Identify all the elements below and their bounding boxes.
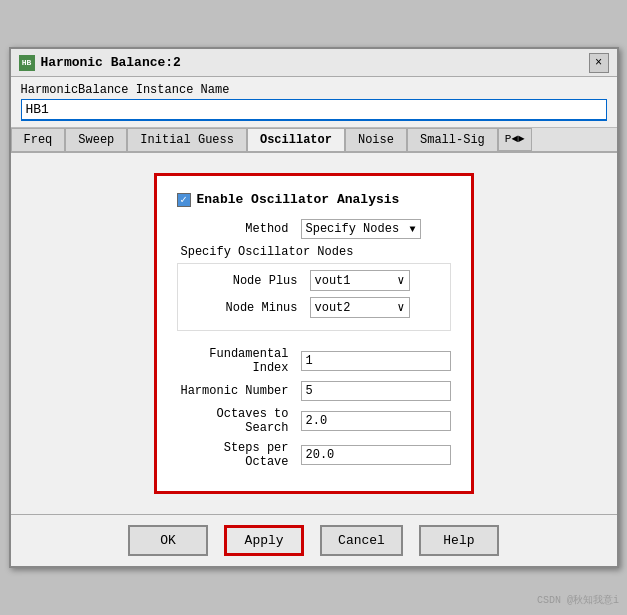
method-value: Specify Nodes — [306, 222, 400, 236]
instance-name-input[interactable] — [21, 99, 607, 121]
node-minus-select[interactable]: vout2 ∨ — [310, 297, 410, 318]
close-button[interactable]: × — [589, 53, 609, 73]
title-bar: HB Harmonic Balance:2 × — [11, 49, 617, 77]
node-minus-label: Node Minus — [186, 301, 306, 315]
tab-sweep[interactable]: Sweep — [65, 128, 127, 151]
enable-oscillator-checkbox[interactable]: ✓ — [177, 193, 191, 207]
tab-oscillator[interactable]: Oscillator — [247, 128, 345, 153]
octaves-input[interactable] — [301, 411, 451, 431]
window-title: Harmonic Balance:2 — [41, 55, 181, 70]
octaves-row: Octaves to Search — [177, 407, 451, 435]
ok-button[interactable]: OK — [128, 525, 208, 556]
oscillator-panel: ✓ Enable Oscillator Analysis Method Spec… — [154, 173, 474, 494]
bottom-bar: OK Apply Cancel Help — [11, 514, 617, 566]
method-select[interactable]: Specify Nodes ▼ — [301, 219, 421, 239]
steps-row: Steps per Octave — [177, 441, 451, 469]
node-plus-select[interactable]: vout1 ∨ — [310, 270, 410, 291]
fundamental-index-row: Fundamental Index — [177, 347, 451, 375]
instance-section: HarmonicBalance Instance Name — [11, 77, 617, 128]
tab-small-sig[interactable]: Small-Sig — [407, 128, 498, 151]
watermark: CSDN @秋知我意i — [537, 593, 619, 607]
method-row: Method Specify Nodes ▼ — [177, 219, 451, 239]
window-icon: HB — [19, 55, 35, 71]
harmonic-number-row: Harmonic Number — [177, 381, 451, 401]
apply-button[interactable]: Apply — [224, 525, 304, 556]
node-section: Node Plus vout1 ∨ Node Minus vout2 ∨ — [177, 263, 451, 331]
steps-label: Steps per Octave — [177, 441, 297, 469]
node-plus-label: Node Plus — [186, 274, 306, 288]
node-plus-row: Node Plus vout1 ∨ — [186, 270, 442, 291]
enable-oscillator-label: Enable Oscillator Analysis — [197, 192, 400, 207]
steps-input[interactable] — [301, 445, 451, 465]
node-plus-value: vout1 — [315, 274, 351, 288]
octaves-label: Octaves to Search — [177, 407, 297, 435]
fundamental-index-label: Fundamental Index — [177, 347, 297, 375]
main-window: HB Harmonic Balance:2 × HarmonicBalance … — [9, 47, 619, 568]
harmonic-number-label: Harmonic Number — [177, 384, 297, 398]
tab-freq[interactable]: Freq — [11, 128, 66, 151]
node-minus-value: vout2 — [315, 301, 351, 315]
tab-noise[interactable]: Noise — [345, 128, 407, 151]
cancel-button[interactable]: Cancel — [320, 525, 403, 556]
tabs-bar: Freq Sweep Initial Guess Oscillator Nois… — [11, 128, 617, 153]
tab-more[interactable]: P◄► — [498, 128, 532, 151]
help-button[interactable]: Help — [419, 525, 499, 556]
instance-name-label: HarmonicBalance Instance Name — [21, 83, 607, 97]
checkbox-check-icon: ✓ — [180, 193, 187, 206]
method-select-arrow-icon: ▼ — [409, 224, 415, 235]
node-minus-arrow-icon: ∨ — [397, 300, 404, 315]
harmonic-number-input[interactable] — [301, 381, 451, 401]
node-plus-arrow-icon: ∨ — [397, 273, 404, 288]
method-label: Method — [177, 222, 297, 236]
tab-initial-guess[interactable]: Initial Guess — [127, 128, 247, 151]
nodes-section-label: Specify Oscillator Nodes — [177, 245, 451, 259]
main-content: ✓ Enable Oscillator Analysis Method Spec… — [11, 153, 617, 514]
title-bar-left: HB Harmonic Balance:2 — [19, 55, 181, 71]
enable-oscillator-row: ✓ Enable Oscillator Analysis — [177, 192, 451, 207]
fundamental-index-input[interactable] — [301, 351, 451, 371]
node-minus-row: Node Minus vout2 ∨ — [186, 297, 442, 318]
